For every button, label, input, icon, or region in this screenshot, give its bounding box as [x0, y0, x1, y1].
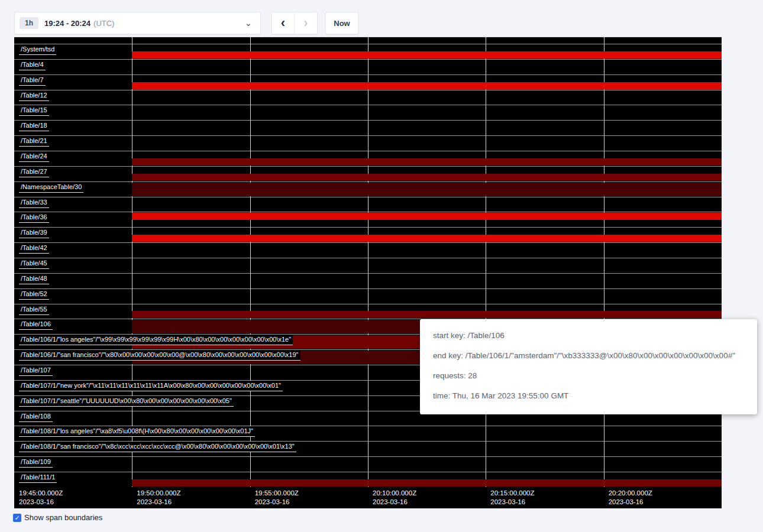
span-label: /Table/48: [19, 274, 49, 284]
chevron-down-icon: ⌄: [244, 20, 252, 26]
heat-band: [132, 158, 722, 166]
heatmap-row[interactable]: /NamespaceTable/30: [14, 181, 722, 197]
span-label: /Table/111/1: [19, 472, 57, 483]
heatmap-row[interactable]: /Table/48: [14, 273, 722, 288]
heat-band: [132, 174, 722, 181]
span-label: /Table/106/1/"san francisco"/"\x80\x00\x…: [19, 350, 300, 361]
tooltip-line: time: Thu, 16 Mar 2023 19:55:00 GMT: [433, 391, 744, 401]
heat-band: [132, 82, 722, 89]
tooltip-line: start key: /Table/106: [433, 330, 744, 341]
span-label: /Table/108/1/"los angeles"/"\xa8\xf5\u00…: [19, 426, 255, 437]
heatmap-row[interactable]: /Table/24: [14, 151, 722, 166]
span-label: /NamespaceTable/30: [19, 182, 83, 193]
heat-band: [132, 51, 722, 59]
heatmap-row[interactable]: /System/tsd: [14, 44, 722, 59]
time-axis: 19:45:00.000Z2023-03-1619:50:00.000Z2023…: [14, 487, 722, 508]
heatmap-row[interactable]: /Table/39: [14, 227, 722, 242]
span-label: /Table/36: [19, 212, 49, 223]
span-label: /Table/106: [19, 319, 53, 330]
duration-badge: 1h: [20, 17, 38, 29]
span-label: /Table/107/1/"new york"/"\x11\x11\x11\x1…: [19, 381, 283, 391]
span-tooltip: start key: /Table/106end key: /Table/106…: [420, 319, 757, 414]
timezone-label: (UTC): [93, 19, 114, 28]
heat-band: [132, 235, 722, 242]
span-label: /Table/55: [19, 304, 49, 315]
span-label: /Table/4: [19, 60, 46, 70]
heatmap-row[interactable]: /Table/4: [14, 59, 722, 74]
span-label: /Table/107: [19, 365, 53, 376]
axis-tick-label: 19:50:00.000Z2023-03-16: [132, 489, 180, 507]
span-label: /Table/15: [19, 105, 49, 116]
heatmap-row[interactable]: /Table/33: [14, 197, 722, 212]
span-label: /Table/18: [19, 121, 49, 131]
span-label: /Table/108: [19, 411, 53, 422]
heatmap-row[interactable]: /Table/45: [14, 258, 722, 273]
axis-tick-label: 19:55:00.000Z2023-03-16: [250, 489, 299, 507]
axis-tick-label: 19:45:00.000Z2023-03-16: [14, 489, 63, 507]
chevron-left-icon: ‹: [281, 15, 285, 31]
axis-tick-label: 20:20:00.000Z2023-03-16: [604, 489, 652, 507]
axis-tick-label: 20:10:00.000Z2023-03-16: [368, 489, 416, 507]
heatmap-row[interactable]: /Table/108/1/"san francisco"/"\x8c\xcc\x…: [14, 441, 722, 456]
heatmap-row[interactable]: /Table/55: [14, 304, 722, 319]
checkmark-icon: ✓: [14, 514, 20, 521]
span-label: /Table/109: [19, 457, 53, 468]
heat-band: [132, 213, 722, 220]
key-visualizer-canvas[interactable]: /System/tsd/Table/4/Table/7/Table/12/Tab…: [14, 37, 722, 508]
heatmap-row[interactable]: /Table/42: [14, 242, 722, 258]
axis-tick-label: 20:15:00.000Z2023-03-16: [486, 489, 534, 507]
span-label: /Table/106/1/"los angeles"/"\x99\x99\x99…: [19, 335, 293, 345]
show-span-boundaries-checkbox[interactable]: ✓: [13, 514, 21, 522]
heatmap-row[interactable]: /Table/7: [14, 74, 722, 90]
heatmap-row[interactable]: /Table/12: [14, 90, 722, 105]
time-range-selector[interactable]: 1h 19:24 - 20:24 (UTC) ⌄: [14, 12, 261, 34]
heatmap-row[interactable]: /Table/21: [14, 135, 722, 151]
span-label: /Table/27: [19, 167, 49, 177]
time-range-label: 19:24 - 20:24: [44, 19, 90, 28]
chevron-right-icon: ›: [303, 15, 308, 31]
heatmap-row[interactable]: /Table/36: [14, 212, 722, 227]
toolbar: 1h 19:24 - 20:24 (UTC) ⌄ ‹ › Now: [14, 12, 358, 34]
time-nav-group: ‹ ›: [271, 12, 318, 34]
show-span-boundaries-label: Show span boundaries: [24, 513, 102, 522]
heat-band: [132, 479, 722, 486]
span-label: /Table/52: [19, 289, 49, 300]
tooltip-line: requests: 28: [433, 371, 744, 381]
heatmap-rows: /System/tsd/Table/4/Table/7/Table/12/Tab…: [14, 37, 722, 487]
heatmap-row[interactable]: /Table/15: [14, 105, 722, 120]
tooltip-line: end key: /Table/106/1/"amsterdam"/"\xb33…: [433, 351, 744, 361]
heat-band: [132, 183, 722, 196]
footer: ✓ Show span boundaries: [13, 513, 102, 522]
heatmap-row[interactable]: /Table/18: [14, 120, 722, 135]
span-label: /Table/12: [19, 90, 49, 101]
heatmap-row[interactable]: /Table/52: [14, 288, 722, 304]
heatmap-row[interactable]: /Table/111/1: [14, 472, 722, 487]
span-label: /Table/45: [19, 258, 49, 269]
span-label: /Table/108/1/"san francisco"/"\x8c\xcc\x…: [19, 442, 296, 452]
span-label: /Table/21: [19, 136, 49, 147]
span-label: /Table/7: [19, 75, 46, 86]
heatmap-row[interactable]: /Table/108/1/"los angeles"/"\xa8\xf5\u00…: [14, 426, 722, 441]
next-time-button[interactable]: ›: [295, 12, 317, 34]
heatmap-row[interactable]: /Table/109: [14, 456, 722, 472]
heatmap-row[interactable]: /Table/27: [14, 166, 722, 181]
heat-band: [132, 311, 722, 318]
span-label: /Table/42: [19, 243, 49, 254]
span-label: /System/tsd: [19, 44, 56, 55]
span-label: /Table/33: [19, 197, 49, 208]
now-button[interactable]: Now: [325, 12, 358, 34]
span-label: /Table/39: [19, 228, 49, 238]
span-label: /Table/107/1/"seattle"/"UUUUUUD\x00\x80\…: [19, 396, 234, 407]
heatmap-top-spacer: [14, 37, 722, 44]
span-label: /Table/24: [19, 151, 49, 162]
prev-time-button[interactable]: ‹: [272, 12, 295, 34]
